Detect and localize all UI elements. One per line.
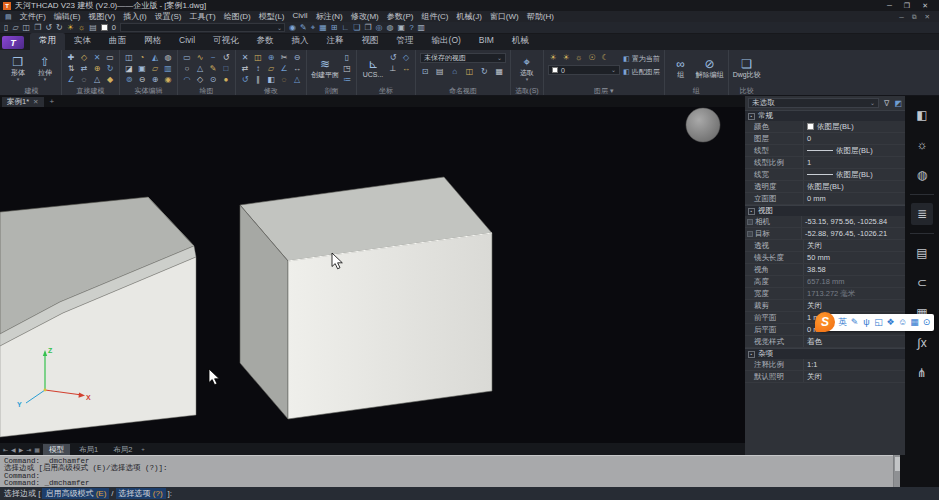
minimize-button[interactable]: ─ [887, 2, 892, 10]
select-icon[interactable]: ⌖ [311, 24, 316, 32]
ribbon-tool-icon[interactable]: ◠ [182, 75, 192, 85]
model-3d-icon[interactable]: ◧ [911, 104, 933, 126]
ribbon-button-选取[interactable]: ⌖选取▾ [515, 51, 539, 86]
screenshot-icon[interactable]: ◱ [873, 314, 884, 331]
close-tab-icon[interactable]: ✕ [33, 98, 38, 106]
tab-机械[interactable]: 机械 [503, 33, 538, 50]
layout-tab-模型[interactable]: 模型 [43, 444, 70, 455]
property-value[interactable]: 0 mm [803, 193, 905, 204]
restore-button[interactable]: ❐ [904, 2, 910, 10]
ribbon-tool-icon[interactable]: ⇄ [240, 64, 250, 74]
mdi-minimize-button[interactable]: ─ [899, 13, 904, 21]
ribbon-tool-icon[interactable]: ◌ [79, 75, 89, 85]
filter-icon[interactable]: ∇ [884, 99, 889, 108]
attachments-icon[interactable]: ⊂ [911, 272, 933, 294]
nav-sphere[interactable] [686, 108, 720, 142]
tab-参数[interactable]: 参数 [248, 33, 283, 50]
doc-window-icon[interactable]: ❐ [364, 24, 371, 32]
property-value[interactable]: -52.88, 976.45, -1026.21 [801, 228, 905, 239]
tab-插入[interactable]: 插入 [283, 33, 318, 50]
structure-icon[interactable]: ⋔ [911, 362, 933, 384]
ribbon-tool-icon[interactable]: ◭ [150, 53, 160, 63]
ribbon-tool-icon[interactable]: ↺ [221, 53, 231, 63]
bulb-off-icon[interactable]: ☼ [78, 24, 85, 32]
toolbox-icon[interactable]: ▦ [909, 314, 920, 331]
ortho-icon[interactable]: ∟ [341, 24, 349, 32]
property-value[interactable]: 1713.272 毫米 [803, 288, 905, 299]
menu-item-参数(P)[interactable]: 参数(P) [387, 11, 414, 22]
menu-item-标注(N)[interactable]: 标注(N) [316, 11, 343, 22]
layout-tab-布局2[interactable]: 布局2 [107, 444, 138, 455]
ribbon-tool-icon[interactable]: ◌ [279, 75, 289, 85]
menu-item-Civil[interactable]: Civil [293, 11, 308, 22]
emoji-icon[interactable]: ☺ [897, 314, 908, 331]
ribbon-tool-icon[interactable]: ⊡ [420, 67, 430, 77]
ribbon-tool-icon[interactable]: ◍ [163, 53, 173, 63]
ribbon-tool-icon[interactable]: ▱ [150, 64, 160, 74]
ribbon-tool-icon[interactable]: ◫ [124, 53, 134, 63]
layout-list-icon[interactable]: ▦ [34, 446, 40, 453]
ribbon-tool-icon[interactable]: ⊚ [124, 75, 134, 85]
ribbon-tool-icon[interactable]: ✎ [208, 64, 218, 74]
tab-常用[interactable]: 常用 [30, 33, 65, 50]
language-icon[interactable]: 英 [837, 314, 848, 331]
property-value[interactable]: 依图层(BL) [803, 181, 905, 192]
ribbon-button-UCS...[interactable]: ⊾UCS... [361, 51, 385, 86]
snap-icon[interactable]: ⊞ [331, 24, 338, 32]
viewport-3d[interactable]: Z X Y [0, 107, 745, 443]
tab-管理[interactable]: 管理 [388, 33, 423, 50]
cube-front-face[interactable] [288, 233, 492, 419]
globe-icon[interactable]: ◍ [387, 24, 394, 32]
layout-nav-icon-2[interactable]: ▶ [19, 446, 24, 453]
menu-item-视图(V)[interactable]: 视图(V) [89, 11, 116, 22]
ribbon-tool-icon[interactable]: ◫ [464, 67, 474, 77]
parameters-icon[interactable]: ∫x [911, 332, 933, 354]
tab-BIM[interactable]: BIM [470, 33, 503, 50]
ribbon-tool-icon[interactable]: ◫ [253, 53, 263, 63]
property-value[interactable]: 关闭 [803, 240, 905, 251]
ribbon-button-形体[interactable]: ❒形体▾ [6, 51, 30, 86]
named-views-dropdown[interactable]: 未保存的视图⌄ [420, 53, 506, 63]
layout-nav-icon-3[interactable]: ⇥ [26, 446, 31, 453]
tab-Civil[interactable]: Civil [170, 33, 204, 50]
ribbon-tool-icon[interactable]: ✚ [66, 53, 76, 63]
ribbon-tool-icon[interactable]: ⌂ [450, 67, 460, 77]
tab-曲面[interactable]: 曲面 [100, 33, 135, 50]
collapse-icon[interactable]: ▪ [748, 208, 755, 215]
help-icon[interactable]: ? [409, 24, 413, 32]
prompt-option[interactable]: 启用高级模式 (E) [42, 488, 109, 499]
light-icon[interactable]: ☼ [911, 134, 933, 156]
ribbon-tool-icon[interactable]: ▱ [266, 64, 276, 74]
sogou-logo-icon[interactable]: S [815, 312, 835, 332]
layout-nav-icon-0[interactable]: ⇤ [3, 446, 8, 453]
layer-dropdown[interactable]: ⌄ [120, 23, 285, 32]
menu-item-工具(T)[interactable]: 工具(T) [189, 11, 215, 22]
new-file-icon[interactable]: ▯ [4, 24, 8, 32]
property-value[interactable]: 1:1 [803, 359, 905, 370]
ribbon-tool-icon[interactable]: ◇ [195, 75, 205, 85]
property-value[interactable]: 关闭 [803, 371, 905, 382]
current-layer-label[interactable]: 0 [112, 23, 116, 32]
prompt-option[interactable]: 选择选项 (?) [116, 488, 166, 499]
ribbon-tool-icon[interactable]: ✕ [240, 53, 250, 63]
plot-icon[interactable]: ▤ [89, 24, 97, 32]
ribbon-tool-icon[interactable]: △ [92, 75, 102, 85]
ribbon-tool-icon[interactable]: ○ [182, 64, 192, 74]
mdi-close-button[interactable]: ✕ [925, 13, 930, 21]
ribbon-tool-icon[interactable]: ⊙ [208, 75, 218, 85]
ribbon-tool-icon[interactable]: ⊕ [92, 64, 102, 74]
ribbon-button-拉伸[interactable]: ⇧拉伸▾ [33, 51, 57, 86]
menu-item-机械(J)[interactable]: 机械(J) [457, 11, 482, 22]
ribbon-button-匹配图层[interactable]: ◧匹配图层 [623, 67, 660, 77]
menu-item-设置(S)[interactable]: 设置(S) [155, 11, 182, 22]
ribbon-tool-icon[interactable]: ◳ [342, 64, 352, 74]
handwriting-icon[interactable]: ✎ [849, 314, 860, 331]
ribbon-tool-icon[interactable]: ∠ [279, 64, 289, 74]
save-icon[interactable]: ◫ [23, 24, 31, 32]
ribbon-tool-icon[interactable]: ⊖ [137, 75, 147, 85]
ribbon-tool-icon[interactable]: ▤ [435, 67, 445, 77]
property-value[interactable]: 0 [803, 133, 905, 144]
command-history[interactable]: Command: _dmchamfer选择边或 [启用高级模式 (E)/选择选项… [0, 455, 893, 487]
collapse-icon[interactable]: ▪ [748, 113, 755, 120]
ribbon-tool-icon[interactable]: ⊕ [266, 53, 276, 63]
